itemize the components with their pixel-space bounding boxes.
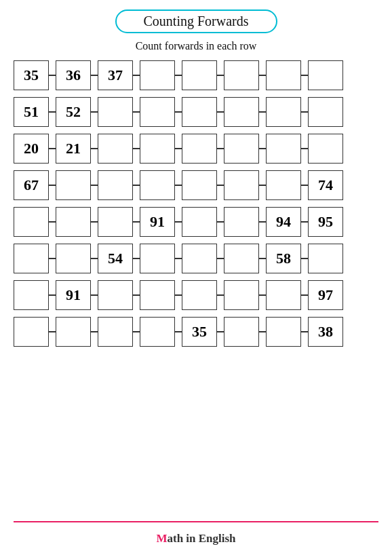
filled-cell: 38: [308, 317, 343, 347]
connector: [259, 111, 266, 113]
filled-cell: 94: [266, 207, 301, 237]
connector: [259, 331, 266, 332]
blank-cell: [308, 97, 343, 127]
blank-cell: [182, 134, 217, 164]
connector: [259, 185, 266, 186]
number-row: 3538: [14, 317, 378, 347]
connector: [133, 185, 140, 186]
blank-cell: [182, 97, 217, 127]
connector: [91, 294, 98, 296]
blank-cell: [14, 317, 49, 347]
blank-cell: [182, 244, 217, 273]
blank-cell: [224, 134, 259, 164]
connector: [217, 294, 224, 296]
blank-cell: [308, 134, 343, 164]
blank-cell: [182, 207, 217, 237]
filled-cell: 58: [266, 244, 301, 273]
connector: [175, 221, 182, 223]
blank-cell: [308, 244, 343, 273]
blank-cell: [224, 280, 259, 310]
blank-cell: [56, 207, 91, 237]
connector: [301, 185, 308, 186]
connector: [49, 148, 56, 149]
number-row: 6774: [14, 170, 378, 200]
connector: [301, 221, 308, 223]
blank-cell: [56, 244, 91, 273]
connector: [175, 75, 182, 76]
connector: [175, 331, 182, 332]
blank-cell: [266, 280, 301, 310]
footer-text: Math in English: [156, 532, 235, 545]
filled-cell: 74: [308, 170, 343, 200]
connector: [259, 75, 266, 76]
filled-cell: 91: [140, 207, 175, 237]
blank-cell: [140, 244, 175, 273]
connector: [49, 111, 56, 113]
blank-cell: [140, 317, 175, 347]
connector: [91, 258, 98, 259]
number-row: 9197: [14, 280, 378, 310]
filled-cell: 67: [14, 170, 49, 200]
filled-cell: 51: [14, 97, 49, 127]
connector: [91, 221, 98, 223]
footer-rest: ath in English: [167, 532, 235, 545]
connector: [133, 75, 140, 76]
filled-cell: 20: [14, 134, 49, 164]
blank-cell: [14, 280, 49, 310]
connector: [49, 75, 56, 76]
rows-container: 353637515220216774919495545891973538: [14, 60, 378, 347]
number-row: 2021: [14, 134, 378, 164]
filled-cell: 52: [56, 97, 91, 127]
connector: [217, 331, 224, 332]
blank-cell: [266, 97, 301, 127]
blank-cell: [182, 280, 217, 310]
filled-cell: 91: [56, 280, 91, 310]
blank-cell: [140, 134, 175, 164]
connector: [301, 75, 308, 76]
blank-cell: [308, 60, 343, 90]
blank-cell: [224, 170, 259, 200]
blank-cell: [182, 170, 217, 200]
blank-cell: [140, 280, 175, 310]
connector: [175, 148, 182, 149]
connector: [91, 75, 98, 76]
blank-cell: [14, 244, 49, 273]
blank-cell: [224, 207, 259, 237]
connector: [49, 258, 56, 259]
blank-cell: [98, 97, 133, 127]
footer-m: M: [156, 532, 167, 545]
filled-cell: 21: [56, 134, 91, 164]
connector: [301, 258, 308, 259]
connector: [301, 331, 308, 332]
blank-cell: [56, 170, 91, 200]
page-title: Counting Forwards: [144, 14, 249, 28]
blank-cell: [266, 60, 301, 90]
blank-cell: [266, 134, 301, 164]
connector: [259, 294, 266, 296]
filled-cell: 54: [98, 244, 133, 273]
connector: [49, 221, 56, 223]
subtitle: Count forwards in each row: [136, 40, 257, 52]
filled-cell: 37: [98, 60, 133, 90]
blank-cell: [266, 317, 301, 347]
connector: [133, 331, 140, 332]
connector: [301, 111, 308, 113]
connector: [259, 221, 266, 223]
number-row: 5152: [14, 97, 378, 127]
blank-cell: [98, 134, 133, 164]
connector: [91, 148, 98, 149]
blank-cell: [182, 60, 217, 90]
filled-cell: 97: [308, 280, 343, 310]
blank-cell: [224, 60, 259, 90]
filled-cell: 35: [14, 60, 49, 90]
number-row: 919495: [14, 207, 378, 237]
connector: [217, 148, 224, 149]
blank-cell: [140, 97, 175, 127]
blank-cell: [140, 60, 175, 90]
connector: [217, 111, 224, 113]
connector: [133, 221, 140, 223]
connector: [175, 258, 182, 259]
connector: [217, 75, 224, 76]
blank-cell: [224, 97, 259, 127]
connector: [301, 148, 308, 149]
